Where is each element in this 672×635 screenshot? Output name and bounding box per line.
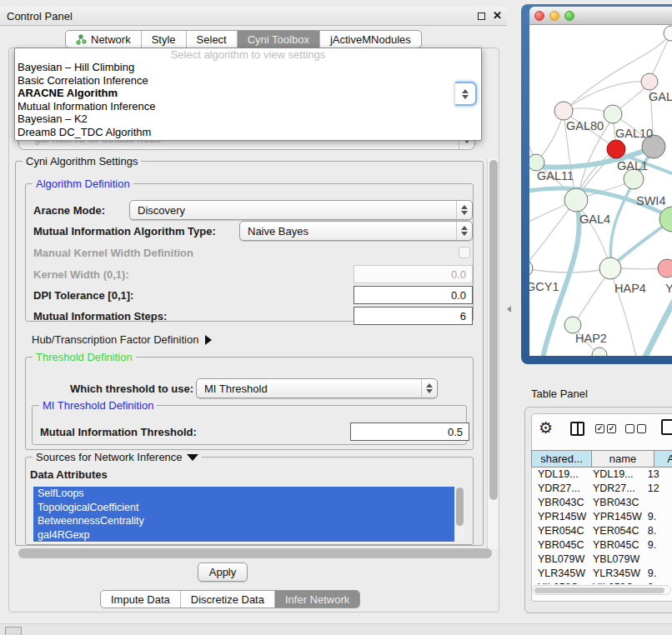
mi-threshold-field[interactable]: 0.5 [350,422,469,441]
node-gal10[interactable] [604,105,622,123]
algorithm-option-selected[interactable]: ARACNE Algorithm [15,87,481,100]
panel-restore-button[interactable] [5,627,22,635]
node[interactable] [641,73,658,90]
tab-select[interactable]: Select [187,31,238,48]
zoom-traffic-light[interactable] [564,11,574,21]
mi-algorithm-type-combobox[interactable]: Naive Bayes [239,221,473,241]
kernel-width-field[interactable]: 0.0 [354,265,473,283]
tab-network[interactable]: Network [66,31,142,48]
combo-stepper-icon [456,201,472,219]
settings-vertical-scrollbar[interactable] [487,158,499,548]
document-icon[interactable] [661,419,672,435]
node-gal80[interactable] [554,102,573,120]
tab-infer-network[interactable]: Infer Network [275,591,359,608]
table-row[interactable]: YBR043CYBR043C [531,496,672,510]
mi-steps-field[interactable]: 6 [354,307,473,325]
cell: YBR045C [531,538,586,552]
attribute-item[interactable]: gal4RGexp [33,528,454,542]
attribute-item[interactable]: BetweennessCentrality [33,514,454,528]
apply-button[interactable]: Apply [198,562,248,582]
hub-definition-toggle[interactable]: Hub/Transcription Factor Definition [32,333,212,346]
node-hap2[interactable] [564,317,581,333]
which-threshold-combobox[interactable]: MI Threshold [196,378,438,398]
cell: YDR27... [531,482,586,496]
aracne-mode-label: Aracne Mode: [33,204,105,217]
unchecked-checkbox-icon[interactable] [637,424,646,433]
mi-algorithm-type-label: Mutual Information Algorithm Type: [33,225,216,238]
manual-kernel-width-checkbox[interactable] [459,247,470,258]
table-horizontal-scrollbar[interactable] [532,585,671,595]
minimize-traffic-light[interactable] [549,11,559,21]
cell: YLR345W [531,567,586,581]
close-icon[interactable]: ✕ [493,9,502,22]
algorithm-option[interactable]: Mutual Information Inference [15,100,481,113]
cell: YBR043C [586,496,643,510]
table-row[interactable]: YLR345WYLR345W9. [531,567,672,581]
table-row[interactable]: YPR145WYPR145W9. [531,510,672,524]
column-header-name[interactable]: name [592,450,654,468]
cell: YPR145W [586,510,642,524]
sources-title-label: Sources for Network Inference [36,451,183,463]
table-row[interactable]: YER054CYER054C8. [531,524,672,538]
node[interactable] [664,26,672,41]
network-graph: GAL GAL80 GAL10 GAL1 GAL11 SWI4 GAL4 GCY… [529,25,672,356]
network-canvas[interactable]: GAL GAL80 GAL10 GAL1 GAL11 SWI4 GAL4 GCY… [529,25,672,356]
algorithm-dropdown-popup: Select algorithm to view settings Bayesi… [14,48,482,141]
column-header-shared-name[interactable]: shared... [531,450,592,468]
columns-icon[interactable] [570,422,584,436]
unchecked-checkbox-icon[interactable] [625,424,634,433]
cell: YER054C [531,524,586,538]
dpi-tolerance-field[interactable]: 0.0 [354,286,473,304]
cyni-bottom-tabbar: Impute Data Discretize Data Infer Networ… [100,590,360,608]
aracne-mode-combobox[interactable]: Discovery [129,200,473,220]
table-row[interactable]: YDR27...YDR27...12 [531,482,672,496]
tab-style[interactable]: Style [142,31,187,48]
algorithm-definition-title: Algorithm Definition [33,178,133,190]
combo-stepper-icon [462,89,469,93]
tab-jactivemnodules[interactable]: jActiveMNodules [320,31,421,48]
cell: YLR345W [586,567,643,581]
checked-checkbox-icon[interactable]: ✓ [595,424,604,433]
attribute-item[interactable]: SelfLoops [33,487,454,501]
node-hap4[interactable] [599,258,621,279]
attribute-item[interactable]: TopologicalCoefficient [33,501,454,515]
node-red[interactable] [607,140,625,158]
cell: 9. [643,567,672,581]
panel-collapse-arrow-icon[interactable] [507,306,511,312]
node-label: Y [665,282,672,295]
collapse-down-icon [187,454,198,461]
algorithm-option[interactable]: Basic Correlation Inference [15,74,481,88]
tab-cyni-toolbox[interactable]: Cyni Toolbox [238,31,320,48]
column-header-partial[interactable]: A [654,450,672,468]
close-traffic-light[interactable] [534,11,544,21]
table-row[interactable]: YDL19...YDL19...13 [531,468,672,482]
algorithm-option[interactable]: Bayesian – Hill Climbing [15,61,481,74]
sources-group-title[interactable]: Sources for Network Inference [33,451,202,463]
table-row[interactable]: YBL079WYBL079W [531,552,672,567]
node-pink[interactable] [658,259,672,278]
kernel-width-value: 0.0 [451,268,466,281]
node[interactable] [592,348,607,356]
table-body[interactable]: YDL19...YDL19...13 YDR27...YDR27...12 YB… [531,468,672,584]
algorithm-option[interactable]: Bayesian – K2 [15,112,481,126]
hub-definition-label: Hub/Transcription Factor Definition [32,333,198,346]
attributes-scrollbar[interactable] [454,487,464,542]
node-gal11[interactable] [529,154,544,171]
node-label: GAL10 [615,127,653,140]
gear-icon[interactable]: ⚙ [539,418,553,438]
data-attributes-list[interactable]: SelfLoops TopologicalCoefficient Between… [33,487,464,542]
algorithm-option[interactable]: Dream8 DC_TDC Algorithm [15,126,481,139]
tab-impute-data[interactable]: Impute Data [101,591,181,608]
network-icon [76,34,87,45]
float-window-icon[interactable] [478,12,485,20]
table-row[interactable]: YIL052CYIL052C0. [531,581,672,584]
table-row[interactable]: YBR045CYBR045C9. [531,538,672,552]
focused-combobox-fragment[interactable] [455,82,477,106]
node-gal4[interactable] [564,188,588,212]
tab-discretize-data[interactable]: Discretize Data [181,591,275,608]
settings-horizontal-scrollbar[interactable] [18,548,492,558]
checked-checkbox-icon[interactable]: ✓ [607,424,616,433]
network-window-titlebar[interactable] [529,7,672,25]
node-label: GCY1 [529,280,559,293]
node-gcy1[interactable] [529,260,533,277]
